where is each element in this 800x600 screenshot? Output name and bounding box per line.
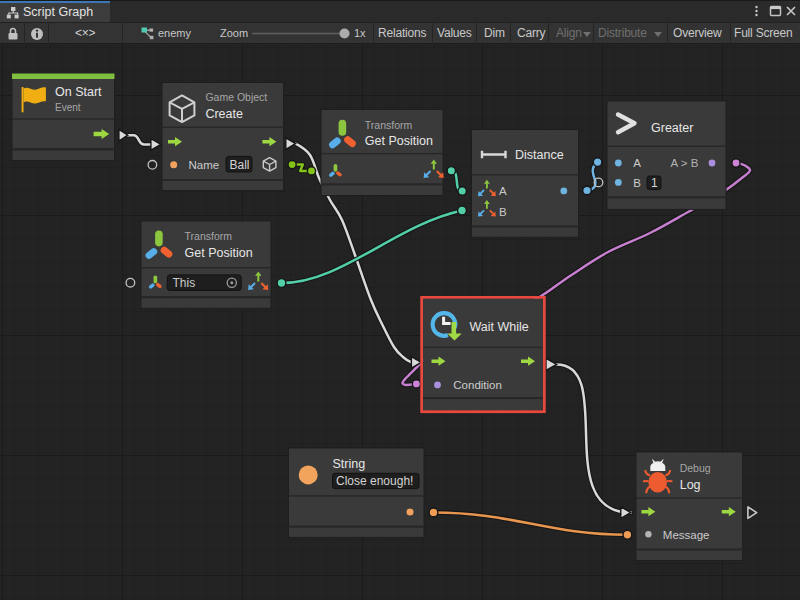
svg-text:1: 1 [651, 176, 658, 190]
svg-text:Debug: Debug [680, 462, 711, 474]
svg-text:Distance: Distance [515, 148, 564, 162]
svg-text:Log: Log [680, 478, 701, 492]
svg-text:Name: Name [189, 159, 220, 171]
svg-text:String: String [333, 457, 366, 471]
svg-text:Event: Event [55, 102, 81, 113]
svg-text:Get Position: Get Position [365, 134, 433, 148]
svg-text:B: B [633, 177, 641, 189]
svg-text:Close enough!: Close enough! [336, 474, 413, 488]
svg-text:Ball: Ball [230, 158, 250, 172]
svg-text:Transform: Transform [365, 119, 413, 131]
svg-text:Get Position: Get Position [185, 246, 253, 260]
svg-text:A: A [633, 157, 641, 169]
svg-text:Create: Create [205, 107, 243, 121]
svg-text:Greater: Greater [651, 121, 693, 135]
svg-text:A: A [499, 185, 507, 197]
svg-text:Condition: Condition [453, 379, 502, 391]
svg-text:Game Object: Game Object [205, 91, 267, 103]
svg-text:B: B [499, 206, 507, 218]
svg-text:A > B: A > B [671, 157, 699, 169]
svg-text:Wait While: Wait While [469, 320, 528, 334]
svg-text:On Start: On Start [55, 85, 102, 99]
svg-text:This: This [173, 276, 196, 290]
svg-text:Message: Message [663, 529, 710, 541]
svg-text:Transform: Transform [185, 230, 233, 242]
